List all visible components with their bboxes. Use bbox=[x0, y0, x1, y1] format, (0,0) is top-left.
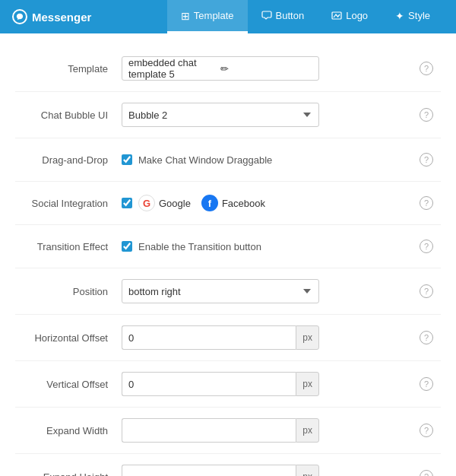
app-logo: Messenger bbox=[12, 9, 167, 24]
header: Messenger ⊞ Template Button Logo bbox=[0, 0, 456, 33]
v-offset-suffix: px bbox=[296, 372, 319, 396]
chat-bubble-label: Chat Bubble UI bbox=[15, 109, 122, 121]
tab-style[interactable]: ✦ Style bbox=[382, 0, 444, 33]
template-control: embedded chat template 5 ✏ bbox=[122, 56, 420, 81]
h-offset-wrap: px bbox=[122, 325, 319, 350]
v-offset-input[interactable] bbox=[122, 372, 296, 396]
position-help-icon[interactable]: ? bbox=[420, 284, 433, 298]
expand-height-input[interactable] bbox=[122, 465, 296, 476]
h-offset-row: Horizontal Offset px ? bbox=[0, 318, 456, 357]
template-tab-icon: ⊞ bbox=[181, 10, 190, 22]
social-control: G Google f Facebook bbox=[122, 195, 420, 211]
expand-width-label: Expand Width bbox=[15, 425, 122, 436]
chat-bubble-control: Bubble 1 Bubble 2 Bubble 3 bbox=[122, 103, 420, 127]
google-item: G Google bbox=[138, 195, 191, 211]
h-offset-control: px bbox=[122, 325, 420, 350]
facebook-label: Facebook bbox=[222, 198, 265, 209]
expand-height-suffix: px bbox=[296, 465, 319, 476]
expand-height-control: px bbox=[122, 465, 420, 476]
facebook-item: f Facebook bbox=[201, 195, 265, 211]
expand-width-wrap: px bbox=[122, 418, 319, 443]
position-label: Position bbox=[15, 286, 122, 297]
position-select[interactable]: bottom right bottom left top right top l… bbox=[122, 279, 319, 303]
h-offset-help-icon[interactable]: ? bbox=[420, 331, 433, 344]
tab-logo[interactable]: Logo bbox=[318, 0, 382, 33]
social-checkbox[interactable] bbox=[122, 198, 132, 208]
expand-height-help-icon[interactable]: ? bbox=[420, 470, 433, 476]
google-label: Google bbox=[159, 198, 191, 209]
expand-width-suffix: px bbox=[296, 418, 319, 443]
style-tab-icon: ✦ bbox=[395, 10, 404, 22]
transition-text: Enable the Transition button bbox=[138, 241, 261, 252]
chat-bubble-select[interactable]: Bubble 1 Bubble 2 Bubble 3 bbox=[122, 103, 319, 127]
divider-4 bbox=[15, 224, 441, 225]
expand-width-row: Expand Width px ? bbox=[0, 411, 456, 450]
social-checkbox-wrap: G Google f Facebook bbox=[122, 195, 265, 211]
chat-bubble-help-icon[interactable]: ? bbox=[420, 108, 433, 122]
drag-drop-checkbox[interactable] bbox=[122, 154, 132, 165]
divider-3 bbox=[15, 181, 441, 182]
drag-drop-checkbox-wrap: Make Chat Window Draggable bbox=[122, 154, 272, 166]
position-control: bottom right bottom left top right top l… bbox=[122, 279, 420, 303]
transition-row: Transition Effect Enable the Transition … bbox=[0, 228, 456, 265]
drag-drop-row: Drag-and-Drop Make Chat Window Draggable… bbox=[0, 141, 456, 178]
facebook-icon: f bbox=[201, 195, 218, 211]
expand-height-row: Expand Height px ? bbox=[0, 457, 456, 476]
divider-1 bbox=[15, 91, 441, 92]
h-offset-label: Horizontal Offset bbox=[15, 332, 122, 344]
social-row: Social Integration G Google f Facebook ? bbox=[0, 185, 456, 221]
google-icon: G bbox=[138, 195, 155, 211]
transition-help-icon[interactable]: ? bbox=[420, 240, 433, 253]
logo-icon bbox=[12, 9, 27, 24]
social-icons-wrap: G Google f Facebook bbox=[138, 195, 265, 211]
button-tab-icon bbox=[261, 10, 272, 22]
v-offset-row: Vertical Offset px ? bbox=[0, 364, 456, 404]
logo-tab-icon bbox=[331, 10, 342, 22]
expand-width-input[interactable] bbox=[122, 418, 296, 443]
edit-icon[interactable]: ✏ bbox=[220, 63, 312, 75]
h-offset-suffix: px bbox=[296, 325, 319, 350]
divider-2 bbox=[15, 138, 441, 138]
position-row: Position bottom right bottom left top ri… bbox=[0, 271, 456, 311]
divider-5 bbox=[15, 268, 441, 268]
social-help-icon[interactable]: ? bbox=[420, 196, 433, 210]
divider-6 bbox=[15, 314, 441, 315]
v-offset-label: Vertical Offset bbox=[15, 379, 122, 390]
v-offset-wrap: px bbox=[122, 372, 319, 396]
drag-drop-text: Make Chat Window Draggable bbox=[138, 154, 272, 166]
v-offset-control: px bbox=[122, 372, 420, 396]
content-area: Template embedded chat template 5 ✏ ? Ch… bbox=[0, 33, 456, 476]
v-offset-help-icon[interactable]: ? bbox=[420, 377, 433, 391]
tab-button[interactable]: Button bbox=[248, 0, 318, 33]
tab-template[interactable]: ⊞ Template bbox=[167, 0, 248, 33]
template-help-icon[interactable]: ? bbox=[420, 62, 433, 75]
chat-bubble-row: Chat Bubble UI Bubble 1 Bubble 2 Bubble … bbox=[0, 95, 456, 135]
drag-drop-label: Drag-and-Drop bbox=[15, 154, 122, 166]
transition-checkbox[interactable] bbox=[122, 241, 132, 252]
drag-drop-help-icon[interactable]: ? bbox=[420, 153, 433, 167]
transition-checkbox-wrap: Enable the Transition button bbox=[122, 241, 261, 252]
drag-drop-control: Make Chat Window Draggable bbox=[122, 154, 420, 166]
expand-height-wrap: px bbox=[122, 465, 319, 476]
template-value: embedded chat template 5 bbox=[128, 57, 220, 80]
divider-7 bbox=[15, 360, 441, 361]
divider-8 bbox=[15, 407, 441, 408]
expand-width-help-icon[interactable]: ? bbox=[420, 424, 433, 437]
social-label: Social Integration bbox=[15, 198, 122, 209]
transition-label: Transition Effect bbox=[15, 241, 122, 252]
h-offset-input[interactable] bbox=[122, 325, 296, 350]
divider-9 bbox=[15, 453, 441, 454]
nav-tabs: ⊞ Template Button Logo ✦ Style bbox=[167, 0, 444, 33]
expand-width-control: px bbox=[122, 418, 420, 443]
expand-height-label: Expand Height bbox=[15, 471, 122, 477]
template-label: Template bbox=[15, 63, 122, 75]
template-input-wrap: embedded chat template 5 ✏ bbox=[122, 56, 319, 81]
transition-control: Enable the Transition button bbox=[122, 241, 420, 252]
template-row: Template embedded chat template 5 ✏ ? bbox=[0, 49, 456, 88]
